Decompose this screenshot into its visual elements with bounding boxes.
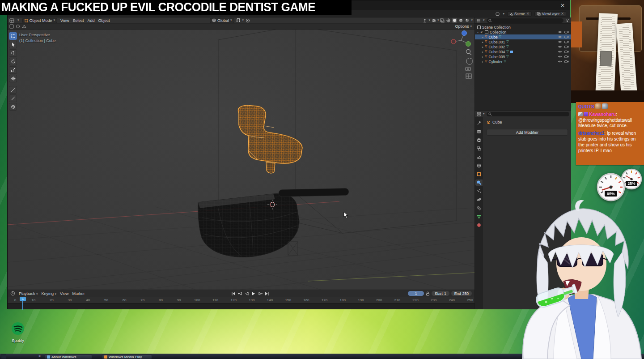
selected-orange-wireframe[interactable]: [238, 105, 302, 173]
outliner-item-cube.002[interactable]: ▸▽Cube.002▽: [475, 44, 571, 49]
scene-canvas[interactable]: [8, 30, 475, 290]
hide-viewport-icon[interactable]: [558, 35, 562, 38]
jump-to-end-button[interactable]: [264, 291, 270, 296]
collection-checkbox[interactable]: ✓: [480, 30, 483, 34]
tool-rotate[interactable]: [9, 58, 17, 65]
disable-render-icon[interactable]: [564, 35, 569, 38]
lock-range-icon[interactable]: [426, 291, 430, 296]
show-gizmo-icon[interactable]: [423, 18, 427, 23]
shading-wireframe-icon[interactable]: [446, 18, 451, 23]
shading-caret[interactable]: ▾: [471, 19, 473, 22]
tab-particles-icon[interactable]: [475, 188, 483, 194]
scene-browse-caret[interactable]: ▾: [503, 13, 504, 16]
gizmo-caret[interactable]: ▾: [428, 19, 430, 22]
browse-scene-icon[interactable]: [496, 12, 500, 16]
timeline-ruler[interactable]: 0102030405060708090100110120130140150160…: [8, 297, 475, 303]
tool-select-box[interactable]: [9, 32, 17, 40]
timeline-menu-playback[interactable]: Playback ▾: [19, 291, 38, 296]
disable-render-icon[interactable]: [564, 40, 569, 43]
disable-render-icon[interactable]: [564, 45, 569, 48]
prev-keyframe-button[interactable]: [237, 291, 243, 296]
desktop-icon-spotify[interactable]: Spotify: [4, 321, 31, 343]
chat-username[interactable]: drtsanchez1: [578, 131, 604, 136]
overlays-icon[interactable]: [432, 18, 436, 23]
tab-physics-icon[interactable]: [475, 197, 483, 203]
xray-icon[interactable]: [440, 18, 445, 23]
start-frame-field[interactable]: Start 1: [432, 291, 449, 296]
shading-solid-icon[interactable]: [452, 18, 457, 23]
tab-material-icon[interactable]: [475, 222, 483, 228]
tool-cursor[interactable]: [9, 41, 17, 48]
tab-object-icon[interactable]: [475, 171, 483, 177]
dark-bar-object[interactable]: [279, 188, 349, 197]
tab-modifiers-icon[interactable]: [475, 180, 483, 186]
hide-viewport-icon[interactable]: [558, 60, 562, 63]
tab-constraints-icon[interactable]: [475, 205, 483, 211]
menu-object[interactable]: Object: [98, 18, 110, 23]
tab-tool-icon[interactable]: [475, 120, 483, 126]
outliner-scene-collection[interactable]: Scene Collection: [475, 25, 571, 30]
add-modifier-button[interactable]: Add Modifier: [487, 129, 568, 136]
crocodile-jaw-wireframe[interactable]: [198, 193, 299, 257]
tool-add-cube[interactable]: [9, 103, 17, 111]
tool-annotate[interactable]: [9, 86, 17, 94]
scene-selector[interactable]: Scene ×: [507, 11, 532, 17]
viewport-nav-buttons[interactable]: [466, 50, 472, 79]
outliner-editor-caret[interactable]: ▾: [483, 19, 485, 22]
tab-output-icon[interactable]: [475, 137, 483, 143]
tool-scale[interactable]: [9, 66, 17, 74]
timeline-menu-view[interactable]: View: [60, 291, 68, 296]
chat-username[interactable]: Kawanoharu: [589, 112, 616, 117]
tool-measure[interactable]: [9, 94, 17, 102]
playhead-frame-tag[interactable]: 1: [20, 297, 26, 301]
outliner-search-input[interactable]: [487, 18, 564, 23]
properties-search-input[interactable]: [487, 112, 569, 116]
play-button[interactable]: [250, 291, 256, 296]
hide-viewport-icon[interactable]: [558, 45, 562, 48]
orientation-dropdown[interactable]: Global ▾: [210, 18, 234, 23]
tab-world-icon[interactable]: [475, 162, 483, 169]
menu-select[interactable]: Select: [72, 18, 84, 23]
properties-editor-icon[interactable]: [477, 112, 481, 116]
chat-username[interactable]: QUOTS: [578, 104, 594, 109]
taskbar-item[interactable]: About Windows: [45, 355, 92, 359]
properties-editor-caret[interactable]: ▾: [483, 112, 485, 115]
tab-object-data-icon[interactable]: [475, 214, 483, 220]
current-frame-field[interactable]: 1: [408, 291, 424, 296]
hide-viewport-icon[interactable]: [558, 30, 562, 34]
viewport-options-dropdown[interactable]: Options ▾: [455, 24, 472, 29]
timeline-menu-keying[interactable]: Keying ▾: [42, 291, 57, 296]
timeline-editor-icon[interactable]: [10, 291, 15, 296]
outliner-item-cube[interactable]: ▸▽Cube▽: [475, 34, 571, 39]
outliner-editor-icon[interactable]: [477, 18, 481, 23]
proportional-edit-icon[interactable]: [246, 18, 250, 23]
hide-viewport-icon[interactable]: [558, 50, 562, 53]
window-close-button[interactable]: ×: [559, 2, 566, 9]
disable-render-icon[interactable]: [564, 50, 569, 53]
mode-dropdown[interactable]: Object Mode ▾: [22, 18, 58, 23]
hide-viewport-icon[interactable]: [558, 55, 562, 58]
jump-to-start-button[interactable]: [230, 291, 236, 296]
viewport-3d[interactable]: User Perspective (1) Collection | Cube: [8, 30, 475, 290]
viewlayer-selector[interactable]: ViewLayer ×: [534, 11, 566, 17]
editor-type-caret[interactable]: ▾: [17, 19, 19, 22]
breadcrumb-object-name[interactable]: Cube: [492, 120, 502, 124]
shading-material-icon[interactable]: [458, 18, 463, 23]
menu-add[interactable]: Add: [87, 18, 94, 23]
taskbar-item[interactable]: Windows Media Play: [102, 355, 152, 359]
tool-settings-icon-3[interactable]: [22, 24, 26, 29]
next-keyframe-button[interactable]: [257, 291, 263, 296]
tab-scene-icon[interactable]: [475, 154, 483, 160]
play-reverse-button[interactable]: [244, 291, 250, 296]
outliner-collection[interactable]: ▾✓Collection: [475, 30, 571, 34]
filter-funnel-icon[interactable]: [565, 18, 569, 22]
editor-type-icon[interactable]: [9, 18, 14, 23]
disable-render-icon[interactable]: [564, 60, 569, 63]
shading-rendered-icon[interactable]: [465, 18, 470, 23]
tool-move[interactable]: [9, 49, 17, 57]
tool-settings-icon-2[interactable]: [16, 24, 20, 29]
snap-magnet-icon[interactable]: [236, 18, 241, 23]
outliner-item-cube.004[interactable]: ▸▽Cube.004▽: [475, 49, 571, 54]
tab-viewlayer-icon[interactable]: [475, 145, 483, 152]
end-frame-field[interactable]: End 250: [451, 291, 472, 296]
